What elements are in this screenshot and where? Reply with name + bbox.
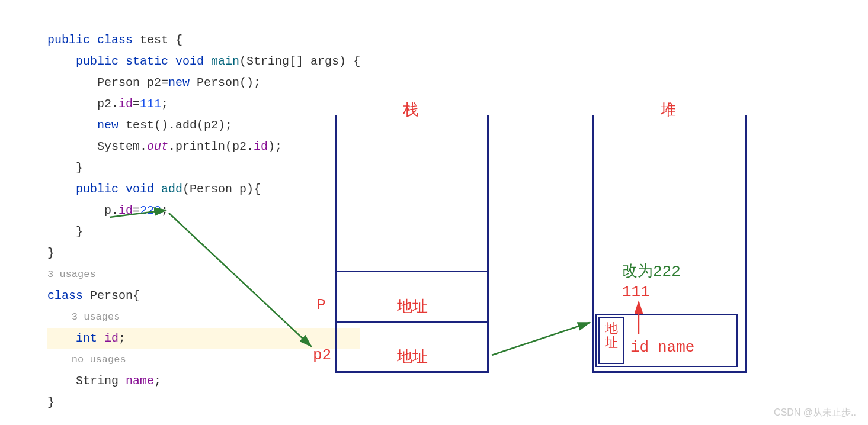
code-line: Person p2=new Person(); [47,72,360,94]
code-line: } [47,221,360,243]
heap-object-id: id [630,339,649,356]
usage-hint: 3 usages [47,307,360,328]
stack-title: 栈 [403,99,418,120]
code-line: public void add(Person p){ [47,179,360,200]
stack-p2-label: p2 [313,346,331,364]
heap-change-222: 改为222 [622,260,681,281]
heap-object-addr: 地址 [598,323,624,351]
heap-value-111: 111 [622,283,650,301]
code-line: p.id=222; [47,200,360,221]
code-line: public class test { [47,30,360,51]
stack-container [335,115,489,373]
arrow-stack-to-heap [492,323,590,355]
code-line: new test().add(p2); [47,115,360,136]
code-line: String name; [47,371,360,392]
usage-hint: 3 usages [47,264,360,285]
code-line: p2.id=111; [47,94,360,115]
stack-p-value: 地址 [397,296,428,317]
heap-object-name: name [658,339,694,356]
code-line: } [47,392,360,413]
heap-title: 堆 [661,99,676,120]
code-line: System.out.println(p2.id); [47,136,360,157]
code-line: public static void main(String[] args) { [47,51,360,72]
code-line: } [47,243,360,264]
stack-p2-value: 地址 [397,346,428,367]
watermark: CSDN @从未止步.. [774,407,856,419]
code-line: class Person{ [47,285,360,307]
code-line: } [47,157,360,179]
stack-p-label: P [316,296,326,314]
